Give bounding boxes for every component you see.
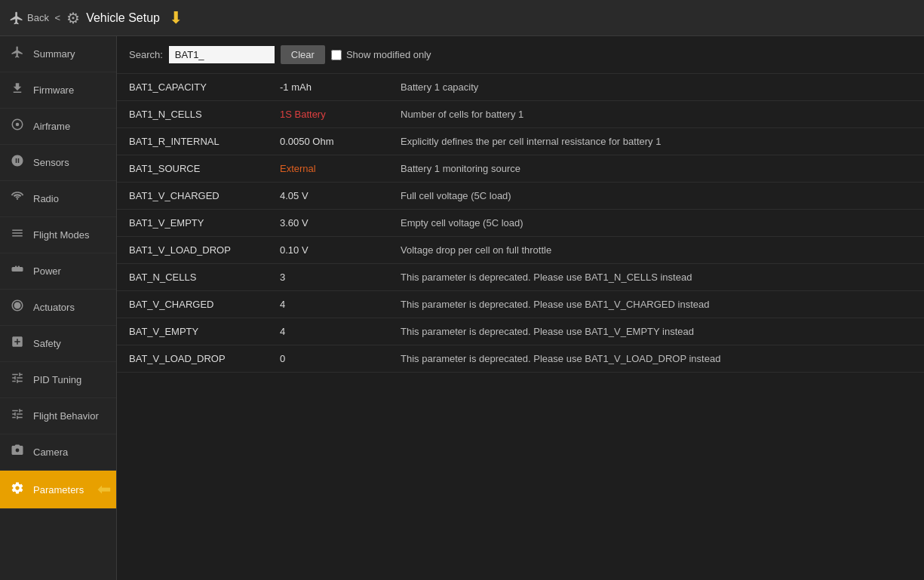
sidebar-label-sensors: Sensors — [33, 157, 69, 168]
main-layout: Summary Firmware Airframe Sensors — [0, 36, 924, 580]
plane-icon — [9, 11, 24, 26]
sidebar-label-summary: Summary — [33, 48, 75, 60]
back-separator: < — [52, 12, 60, 23]
back-button[interactable]: Back < — [9, 11, 60, 26]
sidebar-label-pid-tuning: PID Tuning — [33, 374, 81, 385]
firmware-icon — [9, 81, 26, 99]
sidebar-item-power[interactable]: Power — [0, 253, 116, 290]
sidebar-label-power: Power — [33, 265, 61, 277]
download-arrow-icon: ⬇ — [169, 8, 183, 28]
sidebar-item-flight-modes[interactable]: Flight Modes — [0, 217, 116, 253]
param-name: BAT1_CAPACITY — [117, 74, 268, 101]
param-name: BAT1_V_LOAD_DROP — [117, 237, 268, 264]
safety-icon — [9, 335, 26, 352]
sidebar-label-firmware: Firmware — [33, 84, 74, 96]
content-area: Search: Clear Show modified only BAT1_CA… — [117, 36, 924, 580]
flight-modes-icon — [9, 226, 26, 244]
param-name: BAT_V_CHARGED — [117, 291, 268, 318]
param-desc: Battery 1 capacity — [388, 74, 924, 101]
flight-behavior-icon — [9, 407, 26, 425]
param-name: BAT1_N_CELLS — [117, 101, 268, 128]
param-name: BAT_N_CELLS — [117, 264, 268, 291]
param-desc: This parameter is deprecated. Please use… — [388, 264, 924, 291]
sidebar-item-parameters[interactable]: Parameters ⬅ — [0, 471, 116, 509]
param-name: BAT1_R_INTERNAL — [117, 128, 268, 155]
sidebar-label-camera: Camera — [33, 447, 68, 458]
sidebar-item-sensors[interactable]: Sensors — [0, 145, 116, 181]
svg-rect-2 — [12, 267, 23, 272]
sidebar-label-flight-modes: Flight Modes — [33, 229, 89, 241]
search-input[interactable] — [169, 46, 275, 63]
table-row[interactable]: BAT_V_CHARGED 4 This parameter is deprec… — [117, 291, 924, 318]
left-arrow-icon: ⬅ — [97, 480, 111, 499]
parameters-table: BAT1_CAPACITY -1 mAh Battery 1 capacity … — [117, 74, 924, 373]
param-value: 0.0050 Ohm — [268, 128, 388, 155]
svg-point-1 — [16, 123, 20, 127]
param-desc: This parameter is deprecated. Please use… — [388, 345, 924, 373]
sensors-icon — [9, 154, 26, 171]
param-desc: This parameter is deprecated. Please use… — [388, 291, 924, 318]
table-row[interactable]: BAT1_V_LOAD_DROP 0.10 V Voltage drop per… — [117, 237, 924, 264]
radio-icon — [9, 190, 26, 207]
table-row[interactable]: BAT1_CAPACITY -1 mAh Battery 1 capacity — [117, 74, 924, 101]
sidebar-label-parameters: Parameters — [33, 484, 84, 496]
show-modified-checkbox[interactable]: Show modified only — [331, 49, 431, 60]
param-value: 4 — [268, 318, 388, 345]
param-value: 4.05 V — [268, 183, 388, 210]
param-desc: Number of cells for battery 1 — [388, 101, 924, 128]
table-row[interactable]: BAT_V_EMPTY 4 This parameter is deprecat… — [117, 318, 924, 345]
sidebar: Summary Firmware Airframe Sensors — [0, 36, 117, 580]
pid-tuning-icon — [9, 371, 26, 388]
param-value: 1S Battery — [268, 101, 388, 128]
sidebar-label-airframe: Airframe — [33, 121, 70, 132]
param-value: 0 — [268, 345, 388, 373]
back-label: Back — [27, 12, 49, 23]
power-icon — [9, 262, 26, 280]
modified-checkbox-input[interactable] — [331, 50, 342, 60]
summary-icon — [9, 45, 26, 63]
header: Back < ⚙ Vehicle Setup ⬇ — [0, 0, 924, 36]
airframe-icon — [9, 118, 26, 135]
param-name: BAT_V_LOAD_DROP — [117, 345, 268, 373]
parameters-icon — [9, 481, 26, 499]
sidebar-item-flight-behavior[interactable]: Flight Behavior — [0, 398, 116, 434]
clear-button[interactable]: Clear — [281, 45, 325, 64]
search-label: Search: — [129, 49, 163, 60]
table-row[interactable]: BAT1_V_EMPTY 3.60 V Empty cell voltage (… — [117, 210, 924, 237]
page-title: Vehicle Setup — [86, 11, 160, 25]
sidebar-item-pid-tuning[interactable]: PID Tuning — [0, 362, 116, 398]
param-name: BAT_V_EMPTY — [117, 318, 268, 345]
sidebar-item-actuators[interactable]: Actuators — [0, 290, 116, 326]
sidebar-item-camera[interactable]: Camera — [0, 434, 116, 471]
table-row[interactable]: BAT_N_CELLS 3 This parameter is deprecat… — [117, 264, 924, 291]
svg-rect-4 — [18, 266, 20, 268]
table-row[interactable]: BAT1_V_CHARGED 4.05 V Full cell voltage … — [117, 183, 924, 210]
sidebar-label-flight-behavior: Flight Behavior — [33, 410, 99, 422]
sidebar-item-firmware[interactable]: Firmware — [0, 72, 116, 109]
sidebar-item-airframe[interactable]: Airframe — [0, 109, 116, 145]
param-desc: Full cell voltage (5C load) — [388, 183, 924, 210]
param-name: BAT1_V_EMPTY — [117, 210, 268, 237]
table-row[interactable]: BAT1_N_CELLS 1S Battery Number of cells … — [117, 101, 924, 128]
param-desc: Voltage drop per cell on full throttle — [388, 237, 924, 264]
param-value: 4 — [268, 291, 388, 318]
param-name: BAT1_SOURCE — [117, 155, 268, 183]
camera-icon — [9, 443, 26, 461]
sidebar-label-safety: Safety — [33, 338, 61, 349]
table-row[interactable]: BAT1_R_INTERNAL 0.0050 Ohm Explicitly de… — [117, 128, 924, 155]
param-value: External — [268, 155, 388, 183]
param-desc: Battery 1 monitoring source — [388, 155, 924, 183]
sidebar-item-safety[interactable]: Safety — [0, 326, 116, 362]
actuators-icon — [9, 299, 26, 316]
search-bar: Search: Clear Show modified only — [117, 36, 924, 74]
settings-icon: ⚙ — [66, 9, 80, 27]
params-table: BAT1_CAPACITY -1 mAh Battery 1 capacity … — [117, 74, 924, 580]
param-value: 0.10 V — [268, 237, 388, 264]
table-row[interactable]: BAT1_SOURCE External Battery 1 monitorin… — [117, 155, 924, 183]
modified-label: Show modified only — [346, 49, 431, 60]
sidebar-item-radio[interactable]: Radio — [0, 181, 116, 217]
param-name: BAT1_V_CHARGED — [117, 183, 268, 210]
sidebar-item-summary[interactable]: Summary — [0, 36, 116, 72]
param-value: -1 mAh — [268, 74, 388, 101]
table-row[interactable]: BAT_V_LOAD_DROP 0 This parameter is depr… — [117, 345, 924, 373]
